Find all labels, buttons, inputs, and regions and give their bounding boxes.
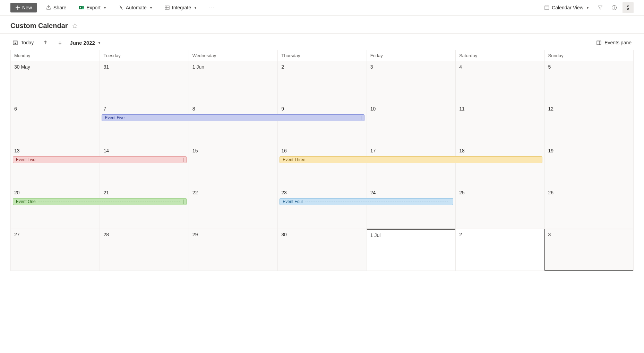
automate-button[interactable]: Automate ▾ <box>115 3 155 12</box>
day-number: 30 <box>281 232 287 237</box>
day-number: 14 <box>103 148 109 153</box>
prev-month-button[interactable] <box>41 38 50 47</box>
event-one[interactable]: Event One <box>13 198 187 205</box>
day-number: 12 <box>548 106 554 112</box>
day-cell[interactable]: 10 <box>367 103 455 145</box>
day-cell[interactable]: 30 May <box>11 61 100 103</box>
export-button[interactable]: Export ▾ <box>75 3 109 12</box>
events-pane-button[interactable]: Events pane <box>594 38 634 47</box>
event-five[interactable]: Event Five <box>102 114 364 121</box>
month-label-text: June 2022 <box>70 40 95 46</box>
day-cell[interactable]: 30 <box>277 229 366 271</box>
day-cell[interactable]: 28 <box>100 229 188 271</box>
day-cell[interactable]: 6 <box>11 103 100 145</box>
day-number: 13 <box>14 148 20 153</box>
day-cell[interactable]: 21 <box>100 187 188 229</box>
day-number: 21 <box>103 190 109 195</box>
day-cell[interactable]: 3 <box>367 61 455 103</box>
automate-button-label: Automate <box>126 5 147 10</box>
event-four[interactable]: Event Four <box>280 198 453 205</box>
filter-button[interactable] <box>595 2 606 13</box>
day-number: 6 <box>14 106 17 112</box>
day-cell-selected[interactable]: 3 <box>544 229 633 271</box>
day-cell[interactable]: 22 <box>189 187 277 229</box>
automate-icon <box>118 5 124 10</box>
command-bar-right: Calendar View ▾ <box>541 2 634 13</box>
day-number: 24 <box>370 190 376 195</box>
day-cell[interactable]: 17 <box>367 145 455 187</box>
day-number: 9 <box>281 106 284 112</box>
events-pane-label: Events pane <box>604 40 632 45</box>
dayhead-sun: Sunday <box>544 50 633 61</box>
day-number: 3 <box>370 64 373 70</box>
day-number: 23 <box>281 190 287 195</box>
svg-rect-6 <box>545 6 549 10</box>
day-number: 7 <box>103 106 106 112</box>
week-row: 13 14 15 16 17 18 19 Event Two Event Thr… <box>11 145 633 187</box>
filter-icon <box>598 5 603 10</box>
day-cell[interactable]: 20 <box>11 187 100 229</box>
day-cell[interactable]: 31 <box>100 61 188 103</box>
today-button[interactable]: Today <box>10 38 36 47</box>
integrate-button[interactable]: Integrate ▾ <box>161 3 200 12</box>
event-title: Event Five <box>105 115 124 120</box>
day-cell[interactable]: 5 <box>544 61 633 103</box>
next-month-button[interactable] <box>55 38 65 47</box>
day-cell[interactable]: 2 <box>455 229 544 271</box>
event-two[interactable]: Event Two <box>13 156 187 163</box>
collapse-button[interactable] <box>622 2 634 13</box>
svg-rect-2 <box>82 7 84 7</box>
new-button-label: New <box>22 5 32 10</box>
week-row: 27 28 29 30 1 Jul 2 3 <box>11 229 633 271</box>
day-cell[interactable]: 9 <box>277 103 366 145</box>
day-cell[interactable]: 26 <box>544 187 633 229</box>
info-button[interactable] <box>609 2 620 13</box>
calendar-subbar: Today June 2022 ▾ Events pane <box>0 34 644 50</box>
day-cell[interactable]: 14 <box>100 145 188 187</box>
day-cell[interactable]: 23 <box>277 187 366 229</box>
day-cell[interactable]: 8 <box>189 103 277 145</box>
day-cell[interactable]: 15 <box>189 145 277 187</box>
more-button[interactable]: ··· <box>205 3 218 12</box>
month-picker[interactable]: June 2022 ▾ <box>70 40 100 46</box>
svg-rect-9 <box>15 43 16 44</box>
title-section: Custom Calendar <box>0 16 644 34</box>
day-cell[interactable]: 25 <box>455 187 544 229</box>
share-button[interactable]: Share <box>42 3 70 12</box>
dayhead-tue: Tuesday <box>100 50 188 61</box>
day-cell[interactable]: 19 <box>544 145 633 187</box>
command-bar: New Share Export ▾ Automate ▾ Integrate … <box>0 0 644 16</box>
day-number: 31 <box>103 64 109 70</box>
day-cell[interactable]: 13 <box>11 145 100 187</box>
day-number: 18 <box>459 148 465 153</box>
day-cell[interactable]: 1 Jun <box>189 61 277 103</box>
share-icon <box>46 5 51 10</box>
day-number: 16 <box>281 148 287 153</box>
svg-rect-3 <box>82 8 84 8</box>
calendar-view-button[interactable]: Calendar View ▾ <box>541 3 592 12</box>
day-cell[interactable]: 18 <box>455 145 544 187</box>
day-cell-today[interactable]: 1 Jul <box>367 229 455 271</box>
day-number: 5 <box>548 64 551 70</box>
day-number: 25 <box>459 190 465 195</box>
day-cell[interactable]: 12 <box>544 103 633 145</box>
day-number: 1 Jul <box>370 232 381 238</box>
favorite-star-icon[interactable] <box>72 23 78 29</box>
day-cell[interactable]: 16 <box>277 145 366 187</box>
day-cell[interactable]: 7 <box>100 103 188 145</box>
day-cell[interactable]: 27 <box>11 229 100 271</box>
event-title: Event Two <box>16 157 35 162</box>
integrate-button-label: Integrate <box>172 5 191 10</box>
day-cell[interactable]: 24 <box>367 187 455 229</box>
new-button[interactable]: New <box>10 3 37 12</box>
day-number: 3 <box>548 232 551 237</box>
day-cell[interactable]: 29 <box>189 229 277 271</box>
event-three[interactable]: Event Three <box>280 156 542 163</box>
day-cell[interactable]: 11 <box>455 103 544 145</box>
week-row: 30 May 31 1 Jun 2 3 4 5 <box>11 61 633 103</box>
arrow-down-icon <box>58 40 62 45</box>
day-number: 1 Jun <box>192 64 204 70</box>
day-cell[interactable]: 2 <box>277 61 366 103</box>
event-title: Event One <box>16 199 36 204</box>
day-cell[interactable]: 4 <box>455 61 544 103</box>
